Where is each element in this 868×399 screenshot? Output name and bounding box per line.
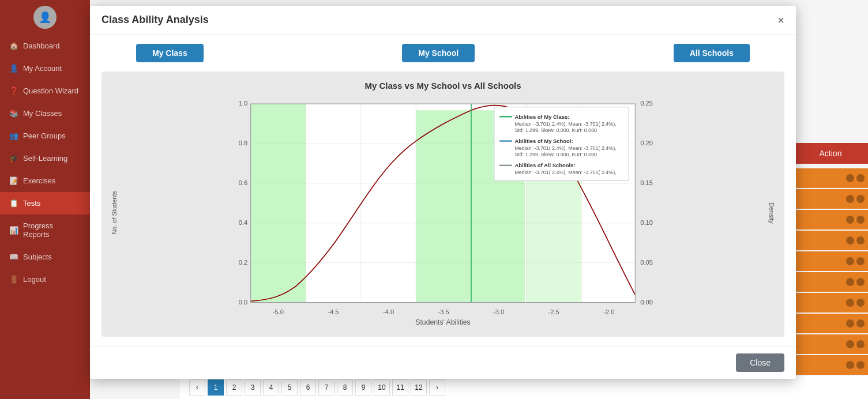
sidebar-item-exercises[interactable]: 📝 Exercises xyxy=(0,170,90,192)
sidebar-item-my-classes[interactable]: 📚 My Classes xyxy=(0,102,90,125)
svg-text:0.00: 0.00 xyxy=(640,299,653,306)
svg-text:-4.0: -4.0 xyxy=(383,308,394,315)
svg-text:-2.0: -2.0 xyxy=(603,308,614,315)
svg-text:Median: -3.701( 2.4%), Mean: -: Median: -3.701( 2.4%), Mean: -3.701( 2.4… xyxy=(514,170,616,175)
chart-wrapper: No. of Students xyxy=(111,97,775,328)
svg-text:Median: -3.701( 2.4%), Mean: -: Median: -3.701( 2.4%), Mean: -3.701( 2.4… xyxy=(514,145,616,151)
modal-footer: Close xyxy=(90,346,796,379)
sidebar-item-tests[interactable]: 📋 Tests xyxy=(0,192,90,214)
subjects-icon: 📖 xyxy=(9,253,18,261)
modal-title: Class Ability Analysis xyxy=(102,14,209,26)
sidebar-item-peer-groups[interactable]: 👥 Peer Groups xyxy=(0,125,90,147)
svg-text:0.25: 0.25 xyxy=(640,100,653,107)
y-axis-right-label: Density xyxy=(768,202,775,224)
modal-header: Class Ability Analysis × xyxy=(90,6,796,35)
account-icon: 👤 xyxy=(9,64,18,73)
chart-container: My Class vs My School vs All Schools No.… xyxy=(102,71,784,337)
modal: Class Ability Analysis × My Class My Sch… xyxy=(90,6,796,379)
chart-svg-area: 0.0 0.2 0.4 0.6 0.8 1.0 0.00 0.05 0.10 0… xyxy=(120,97,766,328)
svg-text:Students' Abilities: Students' Abilities xyxy=(415,318,470,326)
svg-text:0.0: 0.0 xyxy=(239,299,247,306)
svg-text:-2.5: -2.5 xyxy=(548,308,559,315)
table-row xyxy=(793,210,868,229)
chart-title: My Class vs My School vs All Schools xyxy=(111,81,775,91)
pagination-page-6[interactable]: 6 xyxy=(300,379,316,396)
tabs-row: My Class My School All Schools xyxy=(102,44,784,62)
pagination-page-2[interactable]: 2 xyxy=(226,379,242,396)
pagination-bar: ‹ 1 2 3 4 5 6 7 8 9 10 11 12 › Per Page … xyxy=(180,376,868,399)
sidebar-item-self-learning[interactable]: 🎓 Self-Learning xyxy=(0,147,90,170)
self-learning-icon: 🎓 xyxy=(9,154,18,163)
tab-my-school[interactable]: My School xyxy=(402,44,475,62)
pagination-page-12[interactable]: 12 xyxy=(411,379,427,396)
classes-icon: 📚 xyxy=(9,109,18,118)
sidebar-item-my-subjects[interactable]: 📖 Subjects xyxy=(0,246,90,268)
avatar: 👤 xyxy=(33,6,57,29)
progress-icon: 📊 xyxy=(9,226,18,235)
table-row xyxy=(793,334,868,354)
svg-text:1.0: 1.0 xyxy=(239,100,247,107)
svg-text:0.2: 0.2 xyxy=(239,259,247,266)
sidebar-item-dashboard[interactable]: 🏠 Dashboard xyxy=(0,35,90,57)
logout-icon: 🚪 xyxy=(9,275,18,284)
sidebar-item-question-wizard[interactable]: ❓ Question Wizard xyxy=(0,80,90,102)
pagination-page-3[interactable]: 3 xyxy=(245,379,261,396)
pagination-page-11[interactable]: 11 xyxy=(392,379,408,396)
svg-text:0.4: 0.4 xyxy=(239,219,247,226)
peer-icon: 👥 xyxy=(9,131,18,140)
pagination-prev[interactable]: ‹ xyxy=(189,379,205,396)
sidebar: 👤 🏠 Dashboard 👤 My Account ❓ Question Wi… xyxy=(0,0,90,399)
modal-close-button[interactable]: × xyxy=(777,14,784,26)
pagination-page-8[interactable]: 8 xyxy=(337,379,353,396)
table-row xyxy=(793,355,868,375)
svg-text:Std: 1.299, Skew: 0.000, Kurt:: Std: 1.299, Skew: 0.000, Kurt: 0.000 xyxy=(514,152,597,157)
table-row xyxy=(793,189,868,209)
svg-text:0.8: 0.8 xyxy=(239,140,247,146)
tab-all-schools[interactable]: All Schools xyxy=(674,44,750,62)
pagination-page-10[interactable]: 10 xyxy=(374,379,390,396)
svg-text:-3.0: -3.0 xyxy=(493,308,504,315)
table-row xyxy=(793,251,868,271)
table-row xyxy=(793,272,868,292)
table-rows xyxy=(793,168,868,376)
pagination-page-4[interactable]: 4 xyxy=(263,379,279,396)
pagination-page-7[interactable]: 7 xyxy=(318,379,335,396)
svg-text:0.20: 0.20 xyxy=(640,140,653,146)
svg-text:0.15: 0.15 xyxy=(640,179,653,186)
close-button[interactable]: Close xyxy=(736,353,784,372)
svg-text:-4.5: -4.5 xyxy=(328,308,339,315)
question-icon: ❓ xyxy=(9,86,18,95)
pagination-page-5[interactable]: 5 xyxy=(281,379,298,396)
svg-text:0.10: 0.10 xyxy=(640,219,653,226)
table-row xyxy=(793,314,868,333)
pagination-page-9[interactable]: 9 xyxy=(355,379,371,396)
svg-text:Median: -3.701( 2.4%), Mean: -: Median: -3.701( 2.4%), Mean: -3.701( 2.4… xyxy=(514,121,616,127)
pagination-next[interactable]: › xyxy=(429,379,445,396)
svg-text:-3.5: -3.5 xyxy=(438,308,449,315)
svg-rect-15 xyxy=(526,161,581,302)
sidebar-item-progress-reports[interactable]: 📊 Progress Reports xyxy=(0,214,90,246)
sidebar-item-my-account[interactable]: 👤 My Account xyxy=(0,57,90,80)
svg-text:Std: 1.299, Skew: 0.000, Kurt:: Std: 1.299, Skew: 0.000, Kurt: 0.000 xyxy=(514,127,597,133)
svg-text:Abilities of All Schools:: Abilities of All Schools: xyxy=(514,162,575,168)
tab-my-class[interactable]: My Class xyxy=(136,44,204,62)
table-row xyxy=(793,231,868,250)
table-row xyxy=(793,293,868,313)
svg-text:Abilities of My Class:: Abilities of My Class: xyxy=(514,114,569,120)
tests-icon: 📋 xyxy=(9,199,18,208)
svg-text:Abilities of My School:: Abilities of My School: xyxy=(514,138,573,144)
chart-svg: 0.0 0.2 0.4 0.6 0.8 1.0 0.00 0.05 0.10 0… xyxy=(120,97,766,328)
sidebar-item-logout[interactable]: 🚪 Logout xyxy=(0,268,90,291)
svg-text:-5.0: -5.0 xyxy=(273,308,284,315)
pagination-page-1[interactable]: 1 xyxy=(208,379,224,396)
svg-text:0.6: 0.6 xyxy=(239,179,247,186)
table-row xyxy=(793,168,868,188)
dashboard-icon: 🏠 xyxy=(9,42,18,50)
exercises-icon: 📝 xyxy=(9,176,18,185)
modal-body: My Class My School All Schools My Class … xyxy=(90,35,796,346)
action-header: Action xyxy=(793,143,868,164)
svg-rect-13 xyxy=(251,104,306,302)
y-axis-left-label: No. of Students xyxy=(111,191,118,235)
svg-text:0.05: 0.05 xyxy=(640,259,653,266)
